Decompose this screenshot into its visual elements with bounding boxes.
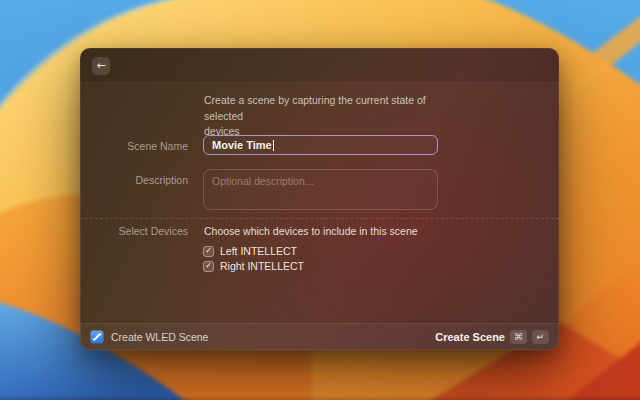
desktop: ← Create a scene by capturing the curren… [0,0,640,400]
scene-name-value: Movie Time [212,139,272,151]
wled-app-icon [90,330,104,344]
footer-app-name: Create WLED Scene [111,331,208,343]
section-divider [80,218,559,219]
return-key-icon: ↵ [532,330,549,344]
form-description-text: Create a scene by capturing the current … [204,93,464,140]
create-scene-button[interactable]: Create Scene ⌘ ↵ [432,328,552,346]
window-header: ← [80,48,559,83]
window-footer: Create WLED Scene Create Scene ⌘ ↵ [80,323,559,350]
scene-name-label: Scene Name [80,140,188,152]
description-label: Description [80,174,188,186]
device-checkbox-row-right[interactable]: ✓ Right INTELLECT [203,260,304,272]
text-caret [273,140,274,151]
back-arrow-icon: ← [96,59,105,72]
back-button[interactable]: ← [92,57,110,75]
checkbox-checked-icon: ✓ [203,261,214,272]
description-input[interactable] [203,169,438,210]
device-label: Left INTELLECT [220,245,297,257]
scene-name-input[interactable]: Movie Time [203,135,438,155]
create-scene-label: Create Scene [435,331,505,343]
select-devices-helper: Choose which devices to include in this … [204,225,418,237]
select-devices-label: Select Devices [80,225,188,237]
checkbox-checked-icon: ✓ [203,246,214,257]
command-key-icon: ⌘ [510,330,527,344]
device-label: Right INTELLECT [220,260,304,272]
create-wled-scene-window: ← Create a scene by capturing the curren… [80,48,559,350]
device-checkbox-row-left[interactable]: ✓ Left INTELLECT [203,245,297,257]
